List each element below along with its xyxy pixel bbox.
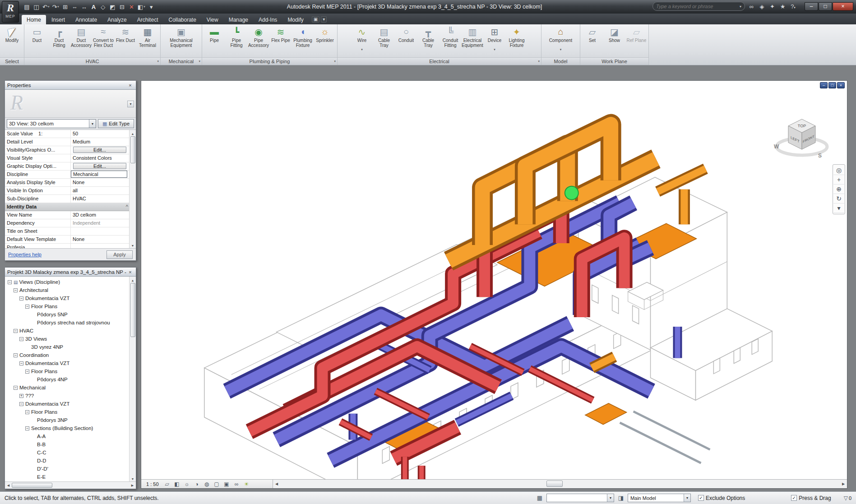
- save-button[interactable]: ◫: [32, 2, 41, 11]
- tree-item[interactable]: − Mechanical: [5, 384, 136, 392]
- property-row[interactable]: Graphic Display Opti... Edit...: [5, 162, 136, 171]
- reveal-hidden-elements-button[interactable]: ☀: [242, 481, 251, 488]
- property-value[interactable]: HVAC: [71, 195, 129, 203]
- close-hidden-windows-button[interactable]: ✕: [127, 2, 136, 11]
- scrollbar-thumb[interactable]: [546, 481, 563, 487]
- search-input[interactable]: [656, 4, 738, 9]
- duct-button[interactable]: ▭Duct: [26, 25, 48, 48]
- tree-expander[interactable]: [31, 435, 35, 439]
- tree-expander[interactable]: −: [19, 361, 23, 365]
- tree-expander[interactable]: −: [19, 402, 23, 406]
- ribbon-tab[interactable]: Insert: [46, 15, 70, 24]
- measure-button[interactable]: ⇔: [70, 2, 79, 11]
- tree-expander[interactable]: −: [25, 410, 29, 414]
- property-value[interactable]: 3D celkom: [71, 211, 129, 219]
- tree-item[interactable]: − Dokumentacia VZT: [5, 294, 136, 302]
- favorites-button[interactable]: ★: [779, 3, 787, 10]
- tree-expander[interactable]: [31, 443, 35, 447]
- ribbon-tab[interactable]: View: [202, 15, 223, 24]
- pipe-fitting-button[interactable]: ┗Pipe Fitting: [226, 25, 248, 48]
- property-row[interactable]: Dependency Independent: [5, 219, 136, 227]
- tree-item[interactable]: − 3D Views: [5, 335, 136, 343]
- close-icon[interactable]: ×: [127, 269, 134, 275]
- tree-expander[interactable]: [31, 313, 35, 317]
- cable-tray-fitting-button[interactable]: ┳Cable Tray Fitting: [417, 25, 440, 48]
- tree-item[interactable]: − Sections (Building Section): [5, 424, 136, 432]
- preview-dropdown-icon[interactable]: ▾: [127, 101, 134, 107]
- minimize-window-button[interactable]: –: [805, 2, 818, 11]
- flex-pipe-button[interactable]: ≋Flex Pipe: [270, 25, 292, 48]
- selection-filter-button[interactable]: ▽0: [844, 495, 851, 501]
- zoom-button[interactable]: ⊕: [833, 185, 844, 194]
- green-fitting[interactable]: [565, 186, 578, 200]
- panel-label-mechanical[interactable]: Mechanical: [161, 57, 202, 65]
- tree-expander[interactable]: −: [25, 305, 29, 309]
- ribbon-tab[interactable]: Modify: [282, 15, 308, 24]
- chevron-down-icon[interactable]: ▾: [684, 494, 690, 502]
- customize-qat-button[interactable]: ▾: [147, 2, 156, 11]
- sprinkler-button[interactable]: ☼Sprinkler: [314, 25, 336, 48]
- tree-expander[interactable]: [31, 459, 35, 463]
- panel-label-plumbing-piping[interactable]: Plumbing & Piping: [202, 57, 337, 65]
- ribbon-tab[interactable]: Architect: [132, 15, 163, 24]
- apply-button[interactable]: Apply: [106, 250, 133, 259]
- properties-header[interactable]: Properties ×: [5, 81, 136, 90]
- tree-item[interactable]: Pôdorys 5NP: [5, 310, 136, 319]
- tree-item[interactable]: − HVAC: [5, 327, 136, 335]
- property-value[interactable]: 50: [71, 130, 129, 138]
- property-value[interactable]: Medium: [71, 138, 129, 146]
- air-terminal-button[interactable]: ▦Air Terminal: [137, 25, 159, 48]
- ref-plane-button[interactable]: ▱Ref Plane: [625, 25, 648, 48]
- show-rendering-dialog-button[interactable]: ◍: [202, 481, 212, 488]
- full-navigation-wheel-button[interactable]: ◎: [833, 166, 844, 175]
- tree-item[interactable]: Pôdorys 3NP: [5, 416, 136, 424]
- tree-item[interactable]: D'-D': [5, 465, 136, 473]
- properties-help-link[interactable]: Properties help: [8, 252, 42, 257]
- tree-item[interactable]: E-E: [5, 473, 136, 481]
- ribbon-tab[interactable]: Analyze: [102, 15, 132, 24]
- tree-item[interactable]: − Floor Plans: [5, 302, 136, 310]
- 3d-model[interactable]: [141, 81, 847, 479]
- view-close-button[interactable]: ×: [837, 82, 845, 88]
- open-button[interactable]: ▤: [23, 2, 31, 11]
- print-button[interactable]: ⊞: [61, 2, 69, 11]
- chevron-down-icon[interactable]: ▾: [89, 120, 96, 128]
- property-row[interactable]: View Name 3D celkom: [5, 211, 136, 219]
- ribbon-tab[interactable]: Add-Ins: [254, 15, 282, 24]
- press-drag-checkbox[interactable]: ✓ Press & Drag: [791, 495, 831, 501]
- tree-expander[interactable]: −: [14, 329, 18, 333]
- default-3d-view-button[interactable]: ◩: [108, 2, 117, 11]
- tree-expander[interactable]: −: [19, 296, 23, 301]
- worksets-icon[interactable]: ▦: [535, 495, 545, 501]
- lighting-fixture-button[interactable]: ✦Lighting Fixture: [506, 25, 528, 48]
- view-canvas[interactable]: – □ × W S TOP LEFT FRONT ◎ + ⊕: [141, 81, 847, 479]
- viewcube-west[interactable]: W: [774, 143, 779, 150]
- scrollbar-track[interactable]: [280, 480, 840, 488]
- property-row[interactable]: Analysis Display Style None: [5, 179, 136, 187]
- chevron-down-icon[interactable]: ▾: [607, 494, 614, 502]
- property-row[interactable]: Sub-Discipline HVAC: [5, 195, 136, 203]
- design-option-select[interactable]: Main Model ▾: [628, 494, 691, 502]
- scale-button[interactable]: 1 : 50: [143, 481, 162, 488]
- property-value[interactable]: Edit...: [73, 163, 126, 169]
- property-value[interactable]: Edit...: [73, 147, 126, 153]
- tree-expander[interactable]: −: [14, 386, 18, 390]
- component-button[interactable]: ⌂Component▾: [542, 25, 579, 51]
- design-options-icon[interactable]: ◨: [616, 495, 626, 501]
- flex-duct-button[interactable]: ≋Flex Duct: [115, 25, 137, 48]
- tag-button[interactable]: ◇: [99, 2, 107, 11]
- property-row[interactable]: Discipline Mechanical: [5, 171, 136, 179]
- communication-center-button[interactable]: ✦: [768, 3, 776, 10]
- property-row[interactable]: Profesia: [5, 244, 136, 249]
- gray-pipes[interactable]: [620, 412, 710, 463]
- tree-item[interactable]: − Coordination: [5, 351, 136, 359]
- tree-expander[interactable]: [25, 345, 29, 349]
- pipe-accessory-button[interactable]: ◉Pipe Accessory: [248, 25, 270, 48]
- cable-tray-button[interactable]: ▤Cable Tray: [373, 25, 395, 48]
- tree-expander[interactable]: −: [8, 280, 12, 284]
- convert-to-flex-duct-button[interactable]: ≈Convert to Flex Duct: [93, 25, 115, 48]
- tree-expander[interactable]: +: [19, 394, 23, 398]
- switch-windows-button[interactable]: ◧▾: [137, 2, 146, 11]
- duct-accessory-button[interactable]: ▤Duct Accessory: [70, 25, 93, 48]
- property-row[interactable]: Default View Template None: [5, 236, 136, 244]
